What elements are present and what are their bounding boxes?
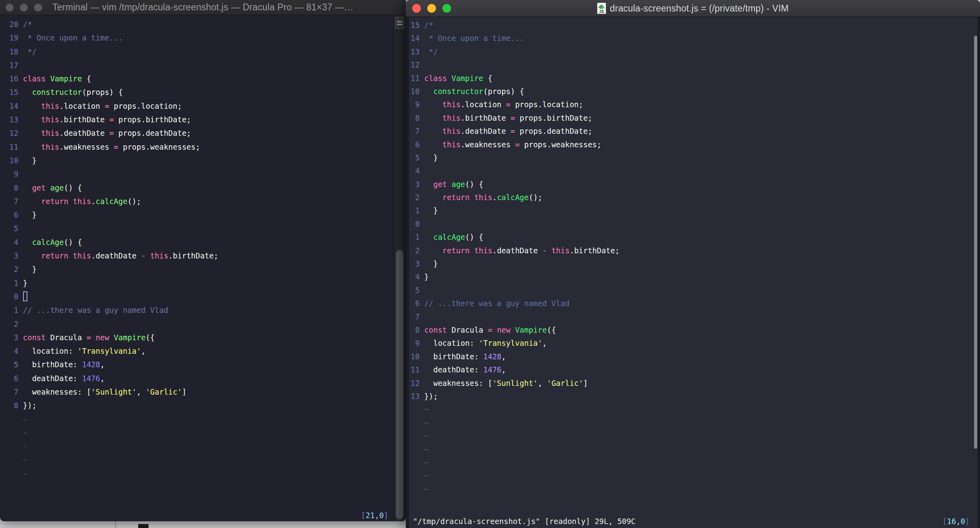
code-line: 5 } bbox=[409, 151, 978, 164]
cursor-position-indicator: [21,0] bbox=[361, 509, 388, 521]
line-number: 7 bbox=[411, 125, 420, 138]
macvim-window: JS dracula-screenshot.js = (/private/tmp… bbox=[406, 0, 980, 528]
code-line: 10 birthDate: 1428, bbox=[409, 350, 978, 363]
code-line: 7 weaknesses: ['Sunlight', 'Garlic'] bbox=[0, 385, 406, 399]
line-number: 1 bbox=[5, 276, 18, 290]
line-number: 15 bbox=[411, 19, 420, 32]
line-number: 11 bbox=[411, 363, 420, 376]
code-line: 3 get age() { bbox=[409, 178, 978, 191]
code-line: 7 this.deathDate = props.deathDate; bbox=[409, 125, 978, 138]
code-line: 3const Dracula = new Vampire({ bbox=[0, 331, 406, 344]
empty-buffer-tilde: ~ bbox=[0, 426, 406, 439]
line-number: 15 bbox=[5, 85, 18, 99]
empty-buffer-tilde: ~ bbox=[409, 403, 978, 416]
line-number: 17 bbox=[5, 58, 18, 72]
line-number: 1 bbox=[411, 231, 420, 244]
line-number: 7 bbox=[411, 310, 420, 324]
split-pane-icon bbox=[397, 21, 402, 22]
line-number: 7 bbox=[5, 195, 18, 208]
line-number: 5 bbox=[5, 222, 18, 235]
line-number: 16 bbox=[5, 72, 18, 85]
line-number: 0 bbox=[411, 218, 420, 231]
code-line: 19 * Once upon a time... bbox=[0, 31, 406, 44]
code-line: 3 } bbox=[409, 257, 978, 270]
code-line: 1// ...there was a guy named Vlad bbox=[0, 303, 406, 317]
empty-buffer-tilde: ~ bbox=[409, 430, 978, 443]
code-line: 8}); bbox=[0, 399, 406, 412]
zoom-button[interactable] bbox=[34, 4, 42, 12]
code-line: 8 this.birthDate = props.birthDate; bbox=[409, 112, 978, 125]
line-number: 12 bbox=[5, 126, 18, 140]
code-line: 15 constructor(props) { bbox=[0, 85, 406, 99]
line-number: 9 bbox=[5, 167, 18, 181]
vim-command-line: "/tmp/dracula-screenshot.js" [readonly] … bbox=[409, 515, 978, 528]
empty-buffer-tilde: ~ bbox=[0, 439, 406, 453]
line-number: 8 bbox=[411, 112, 420, 125]
code-line: 14 this.location = props.location; bbox=[0, 99, 406, 113]
code-line: 1 calcAge() { bbox=[409, 231, 978, 244]
vim-statusline-right: [16,0] [dracula-screenshot.js][RO][javas… bbox=[409, 501, 978, 515]
line-number: 2 bbox=[411, 191, 420, 204]
code-line: 1} bbox=[0, 276, 406, 290]
code-line: 9 this.location = props.location; bbox=[409, 98, 978, 111]
close-button[interactable] bbox=[412, 4, 421, 13]
line-number: 10 bbox=[411, 85, 420, 98]
vim-cursor bbox=[23, 291, 27, 301]
line-number: 6 bbox=[411, 297, 420, 310]
line-number: 14 bbox=[411, 32, 420, 45]
background-window-text-fragment bbox=[138, 524, 149, 528]
line-number: 2 bbox=[411, 244, 420, 257]
code-line: 13 this.birthDate = props.birthDate; bbox=[0, 113, 406, 126]
terminal-traffic-lights bbox=[6, 4, 42, 12]
code-line: 5 bbox=[0, 222, 406, 235]
code-line: 2 return this.deathDate - this.birthDate… bbox=[409, 244, 978, 257]
line-number: 7 bbox=[5, 385, 18, 399]
line-number: 4 bbox=[5, 344, 18, 358]
line-number: 9 bbox=[411, 337, 420, 350]
macvim-viewport[interactable]: 15/*14 * Once upon a time...13 */1211cla… bbox=[409, 17, 978, 528]
empty-buffer-tilde: ~ bbox=[409, 483, 978, 496]
minimize-button[interactable] bbox=[20, 4, 28, 12]
line-number: 5 bbox=[5, 358, 18, 371]
line-number: 8 bbox=[5, 399, 18, 412]
code-line: 4 bbox=[409, 164, 978, 177]
line-number: 19 bbox=[5, 31, 18, 44]
code-line: 4} bbox=[409, 270, 978, 283]
line-number: 9 bbox=[411, 98, 420, 111]
code-line: 8const Dracula = new Vampire({ bbox=[409, 324, 978, 337]
terminal-scrollbar-thumb[interactable] bbox=[396, 250, 403, 519]
line-number: 6 bbox=[5, 208, 18, 222]
code-line: 2 bbox=[0, 317, 406, 331]
js-document-icon[interactable]: JS bbox=[597, 3, 606, 14]
macvim-scrollbar-thumb[interactable] bbox=[974, 36, 977, 449]
zoom-button[interactable] bbox=[442, 4, 451, 13]
code-line: 0 bbox=[0, 290, 406, 303]
empty-buffer-tilde: ~ bbox=[0, 453, 406, 467]
line-number: 10 bbox=[5, 154, 18, 167]
code-line: 20/* bbox=[0, 17, 406, 31]
terminal-window: Terminal — vim /tmp/dracula-screenshot.j… bbox=[0, 0, 406, 521]
minimize-button[interactable] bbox=[427, 4, 436, 13]
code-line: 10 constructor(props) { bbox=[409, 85, 978, 98]
close-button[interactable] bbox=[6, 4, 14, 12]
code-line: 12 weaknesses: ['Sunlight', 'Garlic'] bbox=[409, 377, 978, 390]
line-number: 4 bbox=[411, 270, 420, 283]
code-line: 2 } bbox=[0, 262, 406, 276]
line-number: 13 bbox=[411, 390, 420, 403]
empty-buffer-tilde: ~ bbox=[409, 456, 978, 469]
code-line: 0 bbox=[409, 218, 978, 231]
terminal-vim-viewport[interactable]: 20/*19 * Once upon a time...18 */1716cla… bbox=[0, 15, 406, 521]
line-number: 3 bbox=[5, 331, 18, 344]
line-number: 11 bbox=[411, 72, 420, 85]
line-number: 3 bbox=[5, 249, 18, 262]
code-line: 7 return this.calcAge(); bbox=[0, 195, 406, 208]
code-line: 5 bbox=[409, 284, 978, 297]
code-buffer-right: 15/*14 * Once upon a time...13 */1211cla… bbox=[409, 19, 978, 496]
code-line: 13}); bbox=[409, 390, 978, 403]
split-pane-icon bbox=[397, 24, 402, 25]
split-pane-button[interactable] bbox=[395, 17, 404, 29]
code-line: 16class Vampire { bbox=[0, 72, 406, 85]
code-line: 4 calcAge() { bbox=[0, 235, 406, 249]
terminal-scrollbar-track[interactable] bbox=[394, 15, 405, 521]
code-line: 4 location: 'Transylvania', bbox=[0, 344, 406, 358]
